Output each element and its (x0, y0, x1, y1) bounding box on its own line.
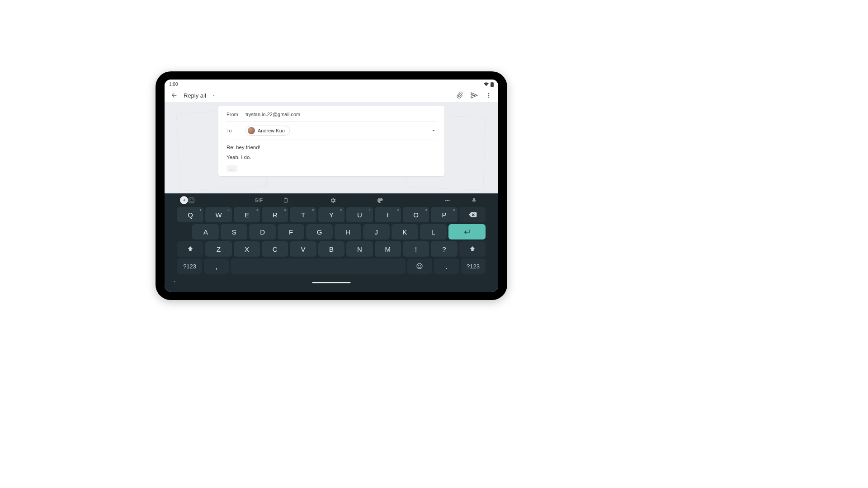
sticker-icon[interactable] (188, 197, 235, 204)
key-v[interactable]: V (290, 241, 316, 257)
app-bar: Reply all (165, 89, 498, 102)
recipient-name: Andrew Kuo (258, 128, 285, 133)
key-period[interactable]: . (434, 258, 459, 274)
more-options-icon[interactable]: ••• (424, 198, 471, 203)
key-a[interactable]: A (192, 224, 219, 239)
body-field[interactable]: Yeah, I do. (226, 153, 436, 160)
key-emoji[interactable] (407, 258, 432, 274)
send-icon[interactable] (469, 90, 479, 100)
from-row[interactable]: From trystan.io.22@gmail.com (226, 110, 436, 118)
thread-collapse-indicator[interactable]: … (226, 165, 237, 172)
key-![interactable]: ! (403, 241, 429, 257)
key-m[interactable]: M (375, 241, 401, 257)
key-l[interactable]: L (420, 224, 447, 239)
key-e[interactable]: E3 (234, 207, 260, 222)
key-p[interactable]: P0 (431, 207, 457, 222)
key-b[interactable]: B (318, 241, 344, 257)
compose-card: From trystan.io.22@gmail.com To Andrew K… (218, 106, 444, 176)
key-n[interactable]: N (346, 241, 373, 257)
key-c[interactable]: C (262, 241, 288, 257)
wifi-icon (484, 82, 489, 86)
key-r[interactable]: R4 (262, 207, 288, 222)
keyboard-row-1: Q1W2E3R4T5Y6U7I8O9P0 (177, 207, 486, 222)
svg-rect-0 (189, 197, 194, 202)
app-bar-title: Reply all (184, 92, 206, 99)
key-h[interactable]: H (335, 224, 361, 239)
avatar (248, 127, 255, 134)
svg-rect-4 (285, 197, 287, 198)
key-f[interactable]: F (278, 224, 304, 239)
key-g[interactable]: G (306, 224, 333, 239)
key-numswitch-left[interactable]: ?123 (177, 258, 202, 274)
tablet-frame: 1:00 Reply all (156, 71, 507, 300)
svg-point-5 (417, 263, 422, 269)
gesture-handle[interactable] (312, 282, 351, 283)
chevron-down-icon[interactable] (431, 128, 436, 133)
key-y[interactable]: Y6 (318, 207, 344, 222)
key-d[interactable]: D (249, 224, 276, 239)
onscreen-keyboard: GIF ••• Q1W2E3R4T5Y6U7I8O9P0 ASDFGHJKL (165, 193, 498, 292)
subject-field[interactable]: Re: hey friend! (226, 143, 436, 150)
status-bar: 1:00 (165, 80, 498, 89)
gif-button[interactable]: GIF (235, 198, 282, 203)
svg-point-6 (418, 265, 419, 266)
key-?[interactable]: ? (431, 241, 457, 257)
key-shift[interactable] (177, 241, 203, 257)
keyboard-row-3: ZXCVBNM!? (177, 241, 486, 257)
key-enter[interactable] (448, 224, 486, 239)
settings-gear-icon[interactable] (330, 197, 377, 204)
to-row[interactable]: To Andrew Kuo (226, 124, 436, 137)
svg-point-7 (420, 265, 421, 266)
attach-icon[interactable] (455, 90, 465, 100)
key-q[interactable]: Q1 (177, 207, 203, 222)
to-label: To (226, 128, 239, 133)
reply-mode-dropdown-icon[interactable] (211, 90, 217, 100)
from-label: From (226, 112, 239, 117)
screen: 1:00 Reply all (165, 80, 498, 292)
key-w[interactable]: W2 (205, 207, 231, 222)
theme-palette-icon[interactable] (377, 197, 424, 204)
key-backspace[interactable] (459, 207, 486, 222)
keyboard-row-4: ?123 , . ?123 (177, 258, 486, 274)
keyboard-toolbar: GIF ••• (165, 193, 498, 207)
battery-icon (491, 82, 494, 87)
key-x[interactable]: X (234, 241, 260, 257)
compose-background: From trystan.io.22@gmail.com To Andrew K… (165, 102, 498, 193)
key-shift[interactable] (459, 241, 486, 257)
key-t[interactable]: T5 (290, 207, 316, 222)
key-k[interactable]: K (392, 224, 418, 239)
key-u[interactable]: U7 (346, 207, 373, 222)
svg-point-2 (192, 199, 193, 200)
recipient-chip[interactable]: Andrew Kuo (245, 126, 290, 136)
from-value: trystan.io.22@gmail.com (245, 112, 300, 117)
clipboard-icon[interactable] (283, 197, 330, 204)
keyboard-row-2: ASDFGHJKL (177, 224, 486, 239)
back-arrow-icon[interactable] (169, 90, 179, 100)
overflow-menu-icon[interactable] (484, 90, 494, 100)
key-space[interactable] (231, 258, 405, 274)
key-numswitch-right[interactable]: ?123 (461, 258, 486, 274)
svg-rect-3 (284, 198, 287, 202)
key-z[interactable]: Z (205, 241, 231, 257)
keyboard-collapse-icon[interactable] (172, 279, 177, 284)
key-i[interactable]: I8 (375, 207, 401, 222)
status-time: 1:00 (169, 82, 178, 87)
system-nav-bar (165, 277, 498, 286)
key-o[interactable]: O9 (403, 207, 429, 222)
keyboard-back-icon[interactable] (180, 196, 188, 204)
svg-point-1 (190, 199, 191, 200)
key-s[interactable]: S (221, 224, 247, 239)
key-comma[interactable]: , (204, 258, 229, 274)
key-j[interactable]: J (363, 224, 390, 239)
voice-input-mic-icon[interactable] (471, 197, 498, 204)
